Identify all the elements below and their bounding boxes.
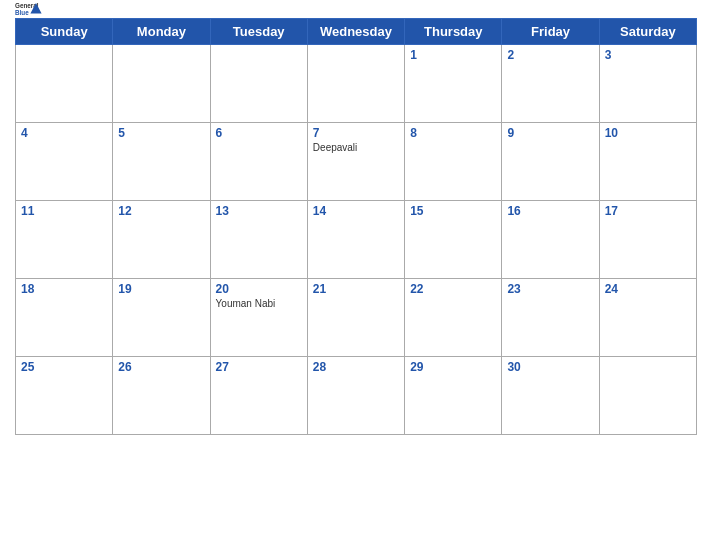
calendar-cell: [307, 45, 404, 123]
calendar-cell: 16: [502, 201, 599, 279]
calendar-cell: [210, 45, 307, 123]
day-number: 13: [216, 204, 302, 218]
calendar-cell: 23: [502, 279, 599, 357]
week-row-3: 11121314151617: [16, 201, 697, 279]
weekday-header-saturday: Saturday: [599, 19, 696, 45]
weekday-header-thursday: Thursday: [405, 19, 502, 45]
day-number: 18: [21, 282, 107, 296]
calendar-cell: 11: [16, 201, 113, 279]
calendar-cell: 17: [599, 201, 696, 279]
day-number: 1: [410, 48, 496, 62]
calendar-cell: 22: [405, 279, 502, 357]
day-number: 21: [313, 282, 399, 296]
calendar-cell: 12: [113, 201, 210, 279]
calendar-cell: 21: [307, 279, 404, 357]
day-number: 8: [410, 126, 496, 140]
calendar-cell: 4: [16, 123, 113, 201]
day-number: 16: [507, 204, 593, 218]
calendar-cell: 25: [16, 357, 113, 435]
day-number: 7: [313, 126, 399, 140]
calendar-cell: 10: [599, 123, 696, 201]
day-number: 17: [605, 204, 691, 218]
day-number: 25: [21, 360, 107, 374]
day-number: 14: [313, 204, 399, 218]
day-number: 23: [507, 282, 593, 296]
day-number: 12: [118, 204, 204, 218]
calendar-cell: 13: [210, 201, 307, 279]
day-number: 30: [507, 360, 593, 374]
weekday-header-sunday: Sunday: [16, 19, 113, 45]
calendar-cell: 9: [502, 123, 599, 201]
calendar-cell: 26: [113, 357, 210, 435]
calendar-cell: [599, 357, 696, 435]
week-row-2: 4567Deepavali8910: [16, 123, 697, 201]
day-number: 22: [410, 282, 496, 296]
calendar-cell: 24: [599, 279, 696, 357]
day-number: 3: [605, 48, 691, 62]
day-number: 15: [410, 204, 496, 218]
calendar-cell: 28: [307, 357, 404, 435]
day-number: 11: [21, 204, 107, 218]
day-number: 6: [216, 126, 302, 140]
calendar-cell: 14: [307, 201, 404, 279]
calendar-cell: 6: [210, 123, 307, 201]
calendar-cell: 19: [113, 279, 210, 357]
calendar-cell: [16, 45, 113, 123]
week-row-4: 181920Youman Nabi21222324: [16, 279, 697, 357]
holiday-label: Deepavali: [313, 142, 399, 153]
day-number: 29: [410, 360, 496, 374]
calendar-cell: 29: [405, 357, 502, 435]
calendar-cell: 2: [502, 45, 599, 123]
calendar-cell: [113, 45, 210, 123]
calendar-container: General Blue SundayMondayTuesdayWednesda…: [0, 0, 712, 550]
week-row-1: 123: [16, 45, 697, 123]
calendar-cell: 3: [599, 45, 696, 123]
week-row-5: 252627282930: [16, 357, 697, 435]
holiday-label: Youman Nabi: [216, 298, 302, 309]
calendar-cell: 8: [405, 123, 502, 201]
day-number: 20: [216, 282, 302, 296]
day-number: 19: [118, 282, 204, 296]
calendar-table: SundayMondayTuesdayWednesdayThursdayFrid…: [15, 18, 697, 435]
weekday-header-tuesday: Tuesday: [210, 19, 307, 45]
weekday-header-row: SundayMondayTuesdayWednesdayThursdayFrid…: [16, 19, 697, 45]
calendar-cell: 27: [210, 357, 307, 435]
day-number: 2: [507, 48, 593, 62]
day-number: 10: [605, 126, 691, 140]
calendar-cell: 15: [405, 201, 502, 279]
day-number: 5: [118, 126, 204, 140]
calendar-cell: 18: [16, 279, 113, 357]
calendar-thead: SundayMondayTuesdayWednesdayThursdayFrid…: [16, 19, 697, 45]
day-number: 24: [605, 282, 691, 296]
calendar-cell: 5: [113, 123, 210, 201]
generalblue-logo-icon: General Blue: [15, 0, 43, 21]
weekday-header-friday: Friday: [502, 19, 599, 45]
logo-area: General Blue: [15, 0, 43, 21]
weekday-header-monday: Monday: [113, 19, 210, 45]
day-number: 28: [313, 360, 399, 374]
calendar-cell: 30: [502, 357, 599, 435]
calendar-cell: 1: [405, 45, 502, 123]
day-number: 4: [21, 126, 107, 140]
calendar-cell: 20Youman Nabi: [210, 279, 307, 357]
calendar-body: 1234567Deepavali891011121314151617181920…: [16, 45, 697, 435]
svg-text:Blue: Blue: [15, 9, 29, 16]
calendar-cell: 7Deepavali: [307, 123, 404, 201]
day-number: 27: [216, 360, 302, 374]
day-number: 26: [118, 360, 204, 374]
day-number: 9: [507, 126, 593, 140]
weekday-header-wednesday: Wednesday: [307, 19, 404, 45]
